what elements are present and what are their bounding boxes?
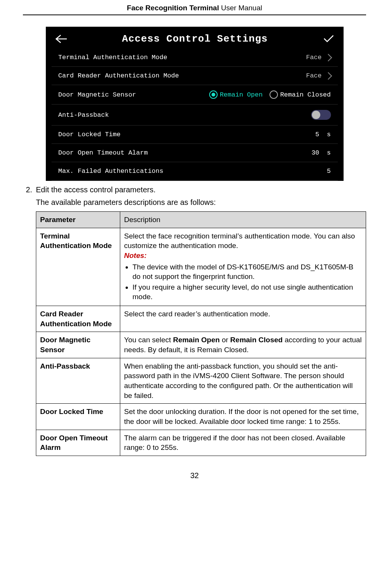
card-reader-auth-label: Card Reader Authentication Mode xyxy=(58,72,179,79)
table-row: Door Magnetic Sensor You can select Rema… xyxy=(36,332,366,358)
param-door-magnetic: Door Magnetic Sensor xyxy=(36,332,120,358)
door-magnetic-label: Door Magnetic Sensor xyxy=(58,91,136,98)
door-locked-time-unit: s xyxy=(327,131,331,138)
param-anti-passback: Anti-Passback xyxy=(36,358,120,404)
door-magnetic-sensor-row: Door Magnetic Sensor Remain Open Remain … xyxy=(52,85,338,105)
radio-selected-icon xyxy=(209,90,218,99)
terminal-auth-label: Terminal Authentication Mode xyxy=(58,54,168,61)
max-failed-auth-row[interactable]: Max. Failed Authentications 5 xyxy=(52,162,338,180)
chevron-right-icon xyxy=(324,72,332,80)
header-parameter: Parameter xyxy=(36,212,120,228)
notes-bullet-1: The device with the model of DS-K1T605E/… xyxy=(132,262,362,282)
door-open-timeout-row[interactable]: Door Open Timeout Alarm 30 s xyxy=(52,144,338,162)
desc-door-locked-time: Set the door unlocking duration. If the … xyxy=(120,404,366,430)
table-row: Anti-Passback When enabling the anti-pas… xyxy=(36,358,366,404)
anti-passback-row: Anti-Passback xyxy=(52,105,338,126)
radio-unselected-icon xyxy=(270,90,278,99)
param-terminal-auth: Terminal Authentication Mode xyxy=(36,228,120,306)
terminal-auth-value: Face xyxy=(306,54,322,61)
card-reader-auth-mode-row[interactable]: Card Reader Authentication Mode Face xyxy=(52,67,338,85)
screenshot-header: Access Control Settings xyxy=(46,27,343,48)
card-reader-auth-value: Face xyxy=(306,72,322,79)
desc-door-magnetic: You can select Remain Open or Remain Clo… xyxy=(120,332,366,358)
document-header: Face Recognition Terminal User Manual xyxy=(23,0,366,15)
step-2-line2: The available parameters descriptions ar… xyxy=(36,197,366,208)
param-door-locked-time: Door Locked Time xyxy=(36,404,120,430)
door-open-timeout-unit: s xyxy=(327,149,331,156)
max-failed-auth-value: 5 xyxy=(323,168,331,175)
door-locked-time-row[interactable]: Door Locked Time 5 s xyxy=(52,126,338,144)
desc-terminal-auth: Select the face recognition terminal’s a… xyxy=(120,228,366,306)
step-2: Edit the access control parameters. xyxy=(34,185,366,195)
table-row: Door Open Timeout Alarm The alarm can be… xyxy=(36,430,366,456)
door-locked-time-value: 5 xyxy=(311,131,319,138)
header-description: Description xyxy=(120,212,366,228)
param-card-reader-auth: Card Reader Authentication Mode xyxy=(36,306,120,332)
param-door-open-timeout: Door Open Timeout Alarm xyxy=(36,430,120,456)
back-arrow-icon[interactable] xyxy=(55,34,67,43)
desc-terminal-auth-intro: Select the face recognition terminal’s a… xyxy=(124,231,362,251)
terminal-screenshot: Access Control Settings Terminal Authent… xyxy=(46,27,344,181)
door-open-timeout-value: 30 xyxy=(311,149,319,156)
anti-passback-label: Anti-Passback xyxy=(58,111,109,119)
max-failed-auth-label: Max. Failed Authentications xyxy=(58,168,163,175)
remain-open-label: Remain Open xyxy=(220,91,263,98)
remain-closed-label: Remain Closed xyxy=(280,91,331,98)
doc-title-bold: Face Recognition Terminal xyxy=(127,4,219,12)
chevron-right-icon xyxy=(324,54,332,61)
notes-bullet-2: If you require a higher security level, … xyxy=(132,282,362,302)
table-row: Terminal Authentication Mode Select the … xyxy=(36,228,366,306)
anti-passback-toggle[interactable] xyxy=(311,110,331,120)
parameter-table: Parameter Description Terminal Authentic… xyxy=(36,211,366,456)
step-2-line1: Edit the access control parameters. xyxy=(36,185,155,194)
desc-card-reader-auth: Select the card reader’s authentication … xyxy=(120,306,366,332)
screenshot-title: Access Control Settings xyxy=(67,33,323,45)
page-number: 32 xyxy=(23,471,366,480)
remain-open-radio[interactable]: Remain Open xyxy=(209,90,263,99)
doc-title-rest: User Manual xyxy=(219,4,262,12)
desc-anti-passback: When enabling the anti-passback function… xyxy=(120,358,366,404)
terminal-auth-mode-row[interactable]: Terminal Authentication Mode Face xyxy=(52,48,338,67)
door-locked-time-label: Door Locked Time xyxy=(58,131,121,138)
notes-label: Notes: xyxy=(124,251,362,261)
table-row: Card Reader Authentication Mode Select t… xyxy=(36,306,366,332)
remain-closed-radio[interactable]: Remain Closed xyxy=(270,90,331,99)
table-row: Door Locked Time Set the door unlocking … xyxy=(36,404,366,430)
table-header-row: Parameter Description xyxy=(36,212,366,228)
door-open-timeout-label: Door Open Timeout Alarm xyxy=(58,149,148,156)
desc-door-open-timeout: The alarm can be triggered if the door h… xyxy=(120,430,366,456)
confirm-check-icon[interactable] xyxy=(323,35,334,43)
